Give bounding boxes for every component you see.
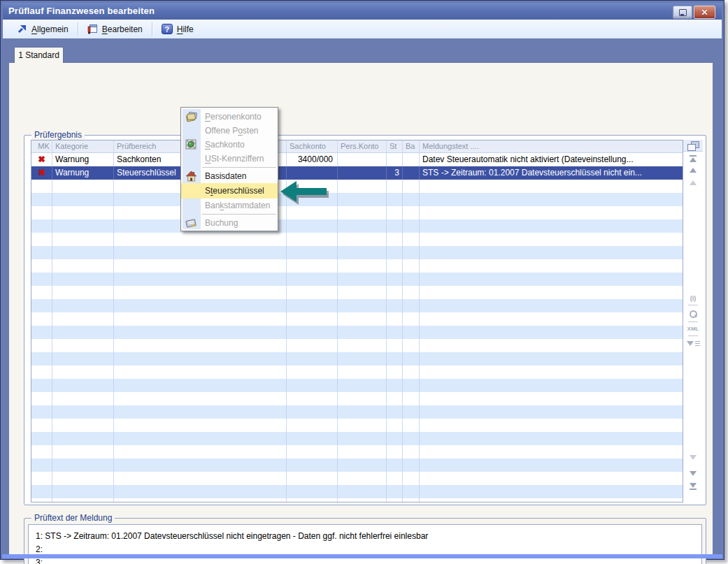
table-row-empty[interactable] (31, 485, 683, 498)
column-header-kategorie[interactable]: Kategorie (52, 140, 114, 152)
table-row-empty[interactable] (31, 312, 683, 326)
table-cell (387, 246, 403, 259)
table-cell (387, 366, 403, 379)
menu-item-personenkonto[interactable]: Personenkonto (181, 110, 278, 124)
menu-item-label: Personenkonto (205, 112, 262, 122)
table-row-empty[interactable] (31, 419, 683, 432)
menu-item-offene-posten[interactable]: Offene Posten (181, 124, 278, 138)
minimize-button[interactable] (673, 6, 692, 19)
table-row-empty[interactable] (31, 472, 683, 485)
table-row-empty[interactable] (31, 379, 683, 392)
menu-item-steuerschluessel[interactable]: Steuerschlüssel (181, 183, 278, 198)
xml-icon[interactable]: XML (683, 326, 703, 333)
table-row-empty[interactable] (31, 366, 683, 379)
menu-item-bankstammdaten[interactable]: Bankstammdaten (181, 198, 278, 212)
table-cell (31, 233, 52, 246)
hilfe-label: Hilfe (177, 24, 194, 34)
menu-item-sachkonto[interactable]: Sachkonto (181, 138, 278, 152)
table-cell (420, 246, 680, 259)
menu-item-ust-kennziffern[interactable]: USt-Kennziffern (181, 152, 278, 166)
column-header-sachkonto[interactable]: Sachkonto (287, 140, 338, 152)
table-row-empty[interactable] (31, 206, 683, 219)
table-row-empty[interactable] (31, 259, 683, 273)
edit-tool-icon (87, 24, 98, 34)
bearbeiten-button[interactable]: Bearbeiten (83, 22, 147, 36)
table-cell (403, 472, 420, 485)
table-cell (31, 405, 52, 419)
table-cell (420, 286, 680, 299)
table-row-empty[interactable] (31, 432, 683, 445)
scroll-up-icon[interactable] (683, 168, 703, 173)
table-cell (114, 458, 287, 472)
table-cell (287, 458, 338, 472)
table-row-empty[interactable] (31, 286, 683, 299)
table-row-empty[interactable] (31, 392, 683, 405)
table-row-empty[interactable] (31, 180, 683, 193)
table-cell (403, 286, 420, 299)
column-header-st[interactable]: St (387, 140, 403, 152)
kategorie-cell: Warnung (52, 153, 114, 166)
table-cell (387, 233, 403, 246)
table-cell (114, 259, 287, 273)
table-cell (403, 339, 420, 352)
hilfe-button[interactable]: ? Hilfe (157, 22, 198, 36)
table-cell (403, 206, 420, 219)
table-cell (287, 432, 338, 445)
scroll-bottom-icon[interactable] (683, 483, 703, 491)
column-header-mk[interactable]: MK (31, 140, 52, 152)
st-cell (387, 153, 403, 166)
table-cell (338, 432, 387, 445)
menu-item-label: Bankstammdaten (205, 201, 270, 210)
column-header-meldungstext[interactable]: Meldungstext .... (420, 140, 680, 152)
table-cell (387, 326, 403, 339)
table-row-empty[interactable] (31, 299, 683, 312)
allgemein-button[interactable]: Allgemein (13, 22, 73, 36)
table-row-empty[interactable] (31, 498, 683, 502)
table-cell (387, 299, 403, 312)
table-cell (114, 299, 287, 312)
table-row-empty[interactable] (31, 273, 683, 286)
column-header-perskonto[interactable]: Pers.Konto (338, 140, 387, 152)
table-row-empty[interactable] (31, 219, 683, 233)
table-row-empty[interactable] (31, 193, 683, 206)
window-title: Prüflauf Finanzwesen bearbeiten (8, 3, 155, 20)
menu-item-buchung[interactable]: Buchung (181, 216, 278, 230)
basisdaten-icon (185, 171, 197, 182)
search-icon[interactable] (683, 310, 703, 318)
table-row[interactable]: ✖ Warnung Sachkonten 3400/000 Datev Steu… (31, 153, 683, 166)
table-row-empty[interactable] (31, 339, 683, 352)
table-row-selected[interactable]: ✖ Warnung Steuerschlüssel 3 STS -> Zeitr… (31, 166, 683, 180)
table-row-empty[interactable] (31, 445, 683, 458)
page-down-icon[interactable] (683, 455, 703, 460)
column-header-ba[interactable]: Ba (403, 140, 420, 152)
table-row-empty[interactable] (31, 246, 683, 259)
meldungstext-cell: STS -> Zeitraum: 01.2007 Datevsteuerschl… (420, 166, 680, 180)
count-icon[interactable]: (I) (683, 295, 703, 302)
table-cell (114, 326, 287, 339)
scroll-down-icon[interactable] (683, 471, 703, 476)
close-button[interactable]: ✕ (694, 6, 715, 19)
table-cell (403, 458, 420, 472)
toolbar-separator (152, 22, 152, 36)
filter-icon[interactable] (683, 341, 703, 346)
allgemein-label: Allgemein (31, 24, 69, 34)
table-row-empty[interactable] (31, 352, 683, 366)
table-cell (52, 419, 114, 432)
table-row-empty[interactable] (31, 405, 683, 419)
scroll-top-icon[interactable] (683, 154, 703, 162)
table-row-empty[interactable] (31, 233, 683, 246)
table-row-empty[interactable] (31, 458, 683, 472)
menu-item-label: USt-Kennziffern (205, 154, 264, 164)
field-chooser-icon[interactable] (687, 141, 699, 150)
tab-standard[interactable]: 1 Standard (14, 47, 64, 64)
table-cell (52, 379, 114, 392)
table-cell (287, 472, 338, 485)
table-cell (114, 392, 287, 405)
table-cell (387, 419, 403, 432)
menu-item-basisdaten[interactable]: Basisdaten (181, 169, 278, 183)
table-cell (403, 392, 420, 405)
table-cell (52, 392, 114, 405)
table-cell (338, 299, 387, 312)
table-row-empty[interactable] (31, 326, 683, 339)
page-up-icon[interactable] (683, 180, 703, 185)
